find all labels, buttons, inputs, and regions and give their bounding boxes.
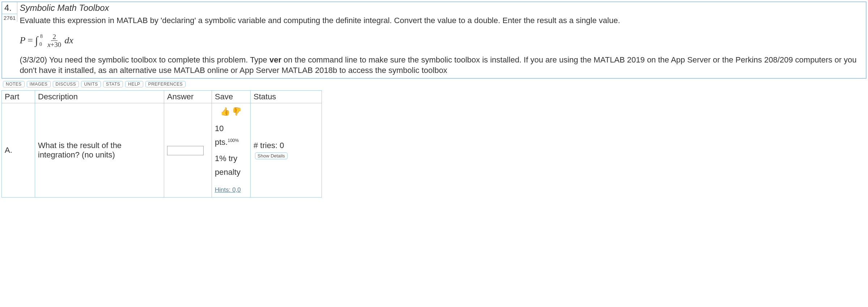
thumbs-up-icon[interactable]: 👍 — [220, 105, 230, 118]
denominator: x+30 — [46, 41, 63, 48]
ver-command: ver — [269, 55, 281, 64]
penalty-line: 1% try penalty — [215, 152, 247, 179]
show-details-button[interactable]: Show Details — [255, 152, 288, 159]
integral-symbol: ∫ 8 0 — [35, 34, 38, 47]
header-answer: Answer — [164, 91, 212, 103]
header-description: Description — [35, 91, 164, 103]
part-description: What is the result of the integration? (… — [35, 103, 164, 198]
question-title: Symbolic Math Toolbox — [20, 3, 864, 13]
equals-sign: = — [27, 35, 33, 46]
question-note: (3/3/20) You need the symbolic toolbox t… — [20, 55, 864, 76]
integral-lower: 0 — [39, 42, 42, 47]
hints-link[interactable]: Hints: 0,0 — [215, 186, 241, 193]
answer-cell — [164, 103, 212, 198]
question-container: 4. 2761 Symbolic Math Toolbox Evaluate t… — [1, 1, 867, 79]
units-button[interactable]: UNITS — [81, 81, 101, 87]
tries-count: # tries: 0 — [254, 141, 284, 150]
table-header-row: Part Description Answer Save Status — [2, 91, 322, 103]
answer-input[interactable] — [167, 146, 204, 155]
preferences-button[interactable]: PREFERENCES — [145, 81, 186, 87]
discuss-button[interactable]: DISCUSS — [53, 81, 79, 87]
question-content: Symbolic Math Toolbox Evaluate this expr… — [17, 2, 866, 78]
points-line: 10 pts.100% — [215, 122, 247, 149]
help-button[interactable]: HELP — [125, 81, 143, 87]
question-prompt: Evaluate this expression in MATLAB by 'd… — [20, 15, 864, 26]
header-save: Save — [212, 91, 251, 103]
thumbs-down-icon[interactable]: 👎 — [232, 105, 242, 118]
integral-upper: 8 — [40, 34, 43, 39]
table-row: A. What is the result of the integration… — [2, 103, 322, 198]
answer-table: Part Description Answer Save Status A. W… — [1, 90, 322, 198]
question-header: 4. 2761 Symbolic Math Toolbox Evaluate t… — [2, 2, 866, 78]
thumbs-row: 👍 👎 — [215, 105, 247, 118]
toolbar: NOTES IMAGES DISCUSS UNITS STATS HELP PR… — [1, 79, 867, 89]
equation: P = ∫ 8 0 2 x+30 dx — [20, 33, 864, 48]
header-part: Part — [2, 91, 35, 103]
question-meta: 4. 2761 — [2, 2, 17, 22]
stats-button[interactable]: STATS — [103, 81, 123, 87]
question-number: 4. — [2, 2, 17, 14]
question-id: 2761 — [2, 14, 17, 22]
dx: dx — [64, 35, 73, 46]
images-button[interactable]: IMAGES — [27, 81, 51, 87]
header-status: Status — [251, 91, 322, 103]
notes-button[interactable]: NOTES — [3, 81, 25, 87]
save-cell: 👍 👎 10 pts.100% 1% try penalty Hints: 0,… — [212, 103, 251, 198]
status-cell: # tries: 0 Show Details — [251, 103, 322, 198]
part-label: A. — [2, 103, 35, 198]
fraction: 2 x+30 — [46, 33, 63, 48]
numerator: 2 — [51, 33, 58, 41]
equation-lhs: P — [20, 35, 25, 46]
